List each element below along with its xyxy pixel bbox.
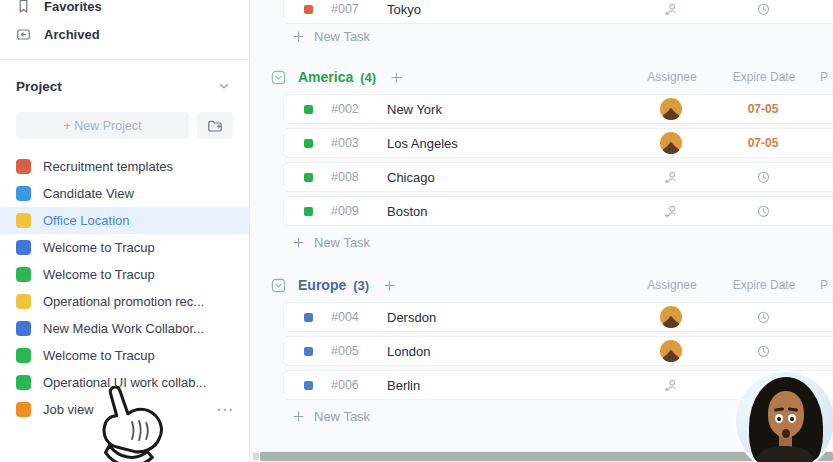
user-avatar[interactable]: [12, 437, 38, 462]
task-status-square: [304, 173, 313, 182]
group-collapse-icon[interactable]: [271, 278, 286, 293]
project-item-selected[interactable]: Office Location: [0, 207, 249, 234]
expire-clock-icon[interactable]: [756, 204, 771, 219]
task-row[interactable]: #003 Los Angeles 07-05: [283, 128, 833, 158]
assignee-cell[interactable]: [626, 340, 716, 362]
project-item[interactable]: New Media Work Collabor...: [0, 315, 249, 342]
sidebar-item-archived[interactable]: Archived: [0, 19, 249, 49]
assignee-avatar: [660, 132, 682, 154]
assignee-cell[interactable]: [626, 378, 716, 393]
project-label: Office Location: [43, 213, 129, 228]
expire-cell[interactable]: [716, 204, 810, 219]
expire-cell[interactable]: [716, 310, 810, 325]
new-project-button[interactable]: + New Project: [16, 112, 189, 139]
task-name[interactable]: Dersdon: [387, 310, 626, 325]
assignee-cell[interactable]: [626, 132, 716, 154]
task-row[interactable]: #007 Tokyo: [283, 0, 833, 24]
task-row[interactable]: #005 London: [283, 336, 833, 366]
chevron-down-icon[interactable]: [217, 79, 231, 93]
project-item[interactable]: Operational UI work collab...: [0, 369, 249, 396]
task-id: #005: [331, 344, 371, 358]
project-color-square: [16, 186, 31, 201]
expire-cell[interactable]: 07-05: [716, 136, 810, 150]
task-status-square: [304, 207, 313, 216]
webcam-person-body: [757, 446, 814, 462]
assign-user-icon[interactable]: [664, 378, 679, 393]
assignee-cell[interactable]: [626, 2, 716, 17]
task-id: #009: [331, 204, 371, 218]
task-id: #003: [331, 136, 371, 150]
task-id: #006: [331, 378, 371, 392]
task-name[interactable]: Los Angeles: [387, 136, 626, 151]
project-item-job-view[interactable]: Job view ⋯: [0, 396, 249, 423]
assignee-cell[interactable]: [626, 306, 716, 328]
new-task-button[interactable]: New Task: [292, 234, 833, 250]
add-task-icon[interactable]: [390, 71, 403, 84]
project-section-header[interactable]: Project: [0, 60, 249, 112]
plus-icon: [292, 236, 305, 249]
project-item[interactable]: Welcome to Tracup: [0, 261, 249, 288]
project-label: Welcome to Tracup: [43, 240, 155, 255]
add-folder-button[interactable]: [197, 112, 233, 139]
assign-user-icon[interactable]: [664, 204, 679, 219]
new-task-label: New Task: [314, 29, 370, 44]
group-title[interactable]: Europe: [298, 277, 346, 293]
group-collapse-icon[interactable]: [271, 70, 286, 85]
project-color-square: [16, 375, 31, 390]
group-count: (4): [360, 70, 376, 85]
task-name[interactable]: London: [387, 344, 626, 359]
task-row[interactable]: #008 Chicago: [283, 162, 833, 192]
new-project-row: + New Project: [0, 112, 249, 139]
task-row[interactable]: #009 Boston: [283, 196, 833, 226]
task-name[interactable]: Boston: [387, 204, 626, 219]
expire-clock-icon[interactable]: [756, 2, 771, 17]
task-status-square: [304, 347, 313, 356]
project-item[interactable]: Candidate View: [0, 180, 249, 207]
expire-clock-icon[interactable]: [756, 170, 771, 185]
task-row[interactable]: #004 Dersdon: [283, 302, 833, 332]
project-item[interactable]: Recruitment templates: [0, 153, 249, 180]
task-name[interactable]: Chicago: [387, 170, 626, 185]
assignee-cell[interactable]: [626, 170, 716, 185]
webcam-overlay-bubble[interactable]: [734, 370, 833, 462]
project-item[interactable]: Welcome to Tracup: [0, 342, 249, 369]
project-color-square: [16, 159, 31, 174]
group-header-america: America (4) Assignee Expire Date P: [251, 66, 833, 88]
expire-cell[interactable]: [716, 170, 810, 185]
expire-clock-icon[interactable]: [756, 310, 771, 325]
sidebar: Favorites Archived Project + New Project…: [0, 0, 250, 462]
task-status-square: [304, 313, 313, 322]
project-item[interactable]: Operational promotion rec...: [0, 288, 249, 315]
assign-user-icon[interactable]: [664, 2, 679, 17]
new-task-label: New Task: [314, 235, 370, 250]
add-task-icon[interactable]: [383, 279, 396, 292]
expire-cell[interactable]: 07-05: [716, 102, 810, 116]
task-name[interactable]: Tokyo: [387, 2, 626, 17]
assignee-avatar: [660, 306, 682, 328]
task-row[interactable]: #002 New York 07-05: [283, 94, 833, 124]
task-name[interactable]: New York: [387, 102, 626, 117]
project-item[interactable]: Welcome to Tracup: [0, 234, 249, 261]
scrollbar-corner: [253, 453, 259, 460]
column-header-priority: P: [811, 70, 833, 84]
project-label: Operational promotion rec...: [43, 294, 204, 309]
group-title[interactable]: America: [298, 69, 353, 85]
expire-cell[interactable]: [716, 2, 810, 17]
assign-user-icon[interactable]: [664, 170, 679, 185]
project-color-square: [16, 267, 31, 282]
webcam-person-eye: [775, 414, 783, 423]
sidebar-item-favorites[interactable]: Favorites: [0, 0, 249, 21]
new-task-button[interactable]: New Task: [292, 28, 833, 44]
assignee-cell[interactable]: [626, 98, 716, 120]
expire-clock-icon[interactable]: [756, 344, 771, 359]
task-name[interactable]: Berlin: [387, 378, 626, 393]
more-options-icon[interactable]: ⋯: [216, 405, 233, 415]
expire-cell[interactable]: [716, 344, 810, 359]
project-list: Recruitment templates Candidate View Off…: [0, 153, 249, 423]
archived-label: Archived: [44, 27, 100, 42]
assignee-cell[interactable]: [626, 204, 716, 219]
project-label: Operational UI work collab...: [43, 375, 206, 390]
project-label: Welcome to Tracup: [43, 267, 155, 282]
column-header-expire-date: Expire Date: [717, 278, 811, 292]
expire-date: 07-05: [748, 136, 779, 150]
